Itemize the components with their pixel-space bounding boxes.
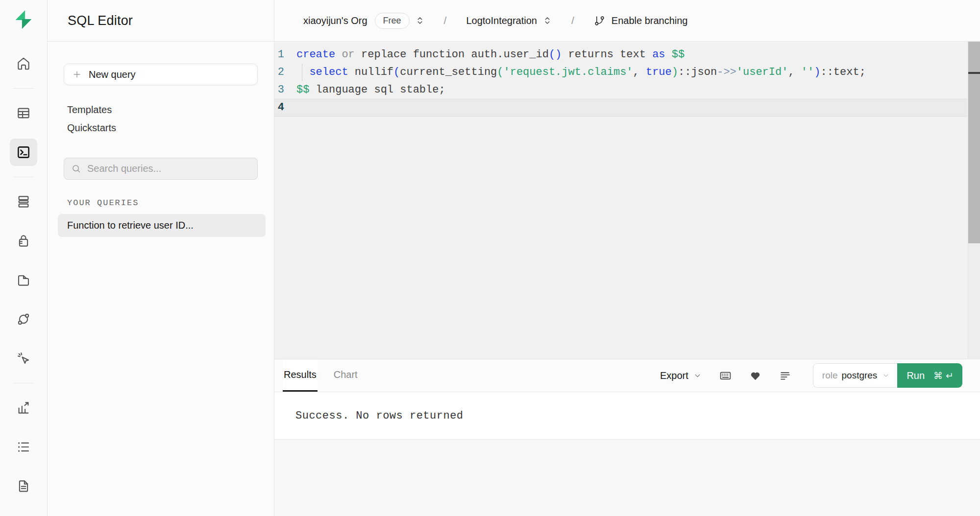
nav-api-docs-button[interactable] [10,472,37,500]
nav-advisors-button[interactable] [10,345,37,372]
nav-realtime-button[interactable] [10,305,37,333]
run-label: Run [906,370,925,381]
format-lines-button[interactable] [779,370,791,382]
nav-home-button[interactable] [10,50,37,77]
line-number: 2 [274,64,287,81]
code-line[interactable]: create or replace function auth.user_id(… [296,46,866,64]
supabase-logo[interactable] [10,6,37,33]
run-shortcut: ⌘ ↵ [931,370,954,381]
results-toolbar: ResultsChart Export [274,359,980,392]
plan-badge: Free [375,13,410,29]
search-icon [71,164,81,174]
rail-divider [13,177,34,177]
database-icon [16,194,31,209]
supabase-logo-icon [13,9,34,30]
new-query-label: New query [89,69,136,80]
toolbar-actions: Export [660,359,980,392]
sidebar-nav: Templates Quickstarts [64,101,258,137]
nav-reports-button[interactable] [10,394,37,422]
nav-database-button[interactable] [10,188,37,215]
search-queries-box [64,158,258,180]
sidebar-body: New query Templates Quickstarts YOUR QUE… [48,42,274,237]
run-button[interactable]: Run ⌘ ↵ [897,363,962,388]
code-lines[interactable]: create or replace function auth.user_id(… [287,42,866,359]
rail-divider [13,88,34,89]
project-name: LogtoIntegration [466,15,537,26]
breadcrumb-separator: / [444,15,447,26]
sql-editor-terminal-icon [16,145,31,160]
storage-folder-icon [16,273,31,287]
nav-rail [0,0,48,516]
sidebar-item-quickstarts[interactable]: Quickstarts [64,119,120,137]
editor-scrollbar[interactable] [968,42,980,359]
line-number: 4 [274,99,287,117]
role-value: postgres [842,370,878,381]
main-panel: xiaoyijun's Org Free / LogtoIntegration … [274,0,980,516]
chevrons-up-down-icon[interactable] [543,16,552,25]
home-icon [16,56,31,71]
project-selector[interactable]: LogtoIntegration [466,15,552,26]
keyboard-icon [719,370,732,382]
return-key-icon: ↵ [946,370,954,381]
new-query-button[interactable]: New query [64,64,258,85]
org-selector[interactable]: xiaoyijun's Org Free [303,13,424,29]
query-list: Function to retrieve user ID... [58,214,266,237]
line-number: 1 [274,46,287,64]
result-tabs: ResultsChart [283,359,374,392]
query-list-item[interactable]: Function to retrieve user ID... [58,214,266,237]
align-left-icon [779,370,791,382]
git-branch-icon [594,15,605,26]
nav-storage-button[interactable] [10,266,37,294]
plus-icon [72,70,82,79]
results-panel: Success. No rows returned [274,392,980,440]
role-label: role [822,370,838,381]
scrollbar-cursor-marker [968,72,980,74]
cmd-key-icon: ⌘ [933,370,943,381]
nav-authentication-button[interactable] [10,227,37,255]
favorite-button[interactable] [749,370,761,382]
code-line[interactable]: $$ language sql stable; [296,81,866,99]
tab-results[interactable]: Results [283,359,318,392]
page-title: SQL Editor [68,13,133,28]
role-selector[interactable]: role postgres [813,363,898,388]
chevrons-up-down-icon[interactable] [416,16,424,25]
tab-chart[interactable]: Chart [333,359,359,392]
api-docs-file-icon [16,479,31,493]
sql-editor-sidebar: SQL Editor New query Templates Quickstar… [48,0,274,516]
enable-branching-label: Enable branching [612,15,688,26]
nav-logs-button[interactable] [10,433,37,461]
enable-branching-button[interactable]: Enable branching [594,15,688,26]
breadcrumb-separator: / [571,15,574,26]
reports-chart-icon [16,400,31,415]
rail-divider [13,383,34,383]
role-run-control: role postgres Run ⌘ ↵ [813,363,962,388]
heart-icon [749,370,761,382]
logs-list-icon [16,440,31,454]
sidebar-item-templates[interactable]: Templates [64,101,115,119]
nav-table-editor-button[interactable] [10,99,37,127]
indent-guide [302,64,302,81]
search-queries-input[interactable] [87,163,250,174]
line-number: 3 [274,81,287,99]
sql-code-editor[interactable]: 1234 create or replace function auth.use… [274,42,980,359]
success-message: Success. No rows returned [295,410,464,422]
code-line[interactable]: select nullif(current_setting('request.j… [296,64,866,81]
sidebar-header: SQL Editor [48,0,274,42]
keyboard-shortcuts-button[interactable] [719,370,732,382]
line-number-gutter: 1234 [274,42,287,359]
advisors-cursor-icon [16,351,31,366]
nav-sql-editor-button[interactable] [10,139,37,166]
code-line[interactable]: ​ [296,99,866,117]
org-name: xiaoyijun's Org [303,15,368,26]
export-button[interactable]: Export [660,370,702,381]
app-window: SQL Editor New query Templates Quickstar… [0,0,980,516]
realtime-icon [16,312,31,327]
chevron-down-icon [882,372,890,379]
table-editor-icon [16,106,31,120]
auth-lock-icon [16,234,31,248]
export-label: Export [660,370,688,381]
results-empty-area [274,440,980,516]
your-queries-label: YOUR QUERIES [64,198,258,208]
breadcrumb: xiaoyijun's Org Free / LogtoIntegration … [274,0,980,42]
chevron-down-icon [693,372,702,380]
